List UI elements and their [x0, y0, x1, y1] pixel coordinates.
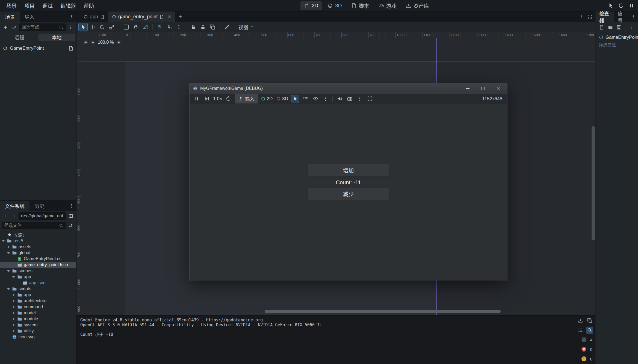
local-tab[interactable]: 本地 — [39, 34, 75, 41]
filter-nodes-input[interactable] — [22, 25, 57, 30]
lock-selected-button[interactable] — [189, 23, 198, 31]
menu-scene[interactable]: 场景 — [3, 1, 20, 11]
save-resource-button[interactable] — [616, 24, 623, 31]
folder-row[interactable]: model — [0, 310, 76, 316]
toggle-split-mode-button[interactable] — [67, 212, 75, 220]
errors-badge[interactable]: 0 — [581, 346, 593, 353]
filter-files-box[interactable] — [2, 222, 66, 229]
expander-right-icon[interactable] — [12, 311, 16, 315]
scene-tab-game-entry-point[interactable]: game_entry_point — [108, 11, 175, 22]
menu-debug[interactable]: 调试 — [39, 1, 56, 11]
expander-right-icon[interactable] — [12, 329, 16, 333]
workspace-script-button[interactable]: 脚本 — [348, 0, 373, 11]
visibility-button[interactable] — [312, 95, 319, 103]
folder-row[interactable]: assets — [0, 244, 76, 250]
restart-session-button[interactable] — [618, 3, 624, 8]
tab-import[interactable]: 导入 — [20, 11, 39, 22]
file-row[interactable]: icon.svg — [0, 334, 76, 340]
ruler-tool-button[interactable] — [141, 23, 150, 31]
dock-options-button[interactable] — [67, 11, 76, 22]
folder-row[interactable]: utility — [0, 328, 76, 334]
decrease-button[interactable]: 减少 — [308, 188, 389, 200]
folder-row[interactable]: system — [0, 322, 76, 328]
folder-row[interactable]: global — [0, 250, 76, 256]
next-frame-button[interactable] — [203, 95, 211, 103]
scene-tree-options-button[interactable] — [67, 23, 75, 31]
workspace-assetlib-button[interactable]: 资产库 — [402, 0, 433, 11]
view-menu[interactable]: 视图 — [236, 22, 256, 32]
expander-right-icon[interactable] — [12, 317, 16, 321]
move-tool-button[interactable] — [88, 23, 97, 31]
path-input[interactable] — [21, 214, 63, 218]
folder-row[interactable]: scenes — [0, 268, 76, 274]
rotate-tool-button[interactable] — [98, 23, 107, 31]
minimize-button[interactable] — [464, 85, 471, 92]
expander-down-icon[interactable] — [12, 275, 16, 279]
folder-row[interactable]: app — [0, 274, 76, 280]
instance-scene-button[interactable] — [10, 23, 18, 31]
expander-right-icon[interactable] — [12, 293, 16, 297]
copy-output-button[interactable] — [586, 317, 593, 324]
maximize-button[interactable] — [479, 85, 486, 92]
debug-options-button[interactable] — [322, 95, 329, 103]
pause-session-button[interactable] — [629, 3, 634, 8]
expander-right-icon[interactable] — [12, 299, 16, 303]
camera-override-button[interactable] — [346, 95, 353, 103]
folder-row[interactable]: module — [0, 316, 76, 322]
history-forward-button[interactable] — [10, 212, 17, 220]
tab-signals[interactable]: 信号 — [614, 11, 629, 22]
inspector-options-button[interactable] — [627, 25, 636, 29]
attached-script-icon[interactable] — [69, 46, 73, 51]
unlock-selected-button[interactable] — [199, 23, 207, 31]
search-output-button[interactable] — [586, 327, 593, 334]
snap-options-button[interactable] — [175, 23, 183, 31]
expander-down-icon[interactable] — [2, 239, 5, 243]
pause-game-button[interactable] — [193, 95, 200, 103]
menu-project[interactable]: 项目 — [21, 1, 38, 11]
folder-row[interactable]: command — [0, 304, 76, 310]
node-list-button[interactable] — [302, 95, 309, 103]
filter-properties-input[interactable] — [599, 43, 635, 48]
expander-right-icon[interactable] — [12, 323, 16, 327]
sort-files-button[interactable] — [67, 222, 75, 229]
tab-filesystem[interactable]: 文件系统 — [0, 201, 29, 211]
tab-list-button[interactable] — [580, 14, 584, 19]
close-button[interactable] — [495, 85, 502, 92]
expander-right-icon[interactable] — [12, 305, 16, 309]
file-row[interactable]: game_entry_point.tscn — [0, 262, 76, 268]
file-row[interactable]: GameEntryPoint.cs — [0, 256, 76, 262]
mode-2d-button[interactable]: 2D — [261, 96, 274, 102]
workspace-3d-button[interactable]: 3D — [324, 1, 345, 10]
vertical-scrollbar[interactable] — [592, 38, 595, 309]
scroll-to-end-button[interactable] — [577, 317, 584, 324]
smart-snap-button[interactable] — [155, 23, 164, 31]
favorites-row[interactable]: 收藏： — [0, 232, 76, 238]
folder-row[interactable]: scripts — [0, 286, 76, 292]
v-scrollbar-thumb[interactable] — [592, 126, 595, 240]
h-scrollbar-thumb[interactable] — [265, 310, 501, 313]
filter-nodes-box[interactable] — [19, 23, 66, 31]
messages-badge[interactable]: 4 — [581, 336, 593, 343]
folder-row[interactable]: res:// — [0, 238, 76, 244]
grid-snap-button[interactable] — [165, 23, 174, 31]
scale-tool-button[interactable] — [107, 23, 116, 31]
dock-options-button[interactable] — [629, 11, 638, 22]
zoom-level[interactable]: 100.0 % — [98, 40, 114, 45]
list-select-button[interactable] — [122, 23, 131, 31]
remote-tab[interactable]: 远程 — [1, 34, 38, 41]
expander-down-icon[interactable] — [7, 287, 10, 291]
select-session-button[interactable] — [608, 3, 613, 8]
audio-mute-button[interactable] — [336, 95, 343, 103]
folder-row[interactable]: app — [0, 292, 76, 298]
select-tool-button[interactable] — [79, 23, 87, 31]
tab-history[interactable]: 历史 — [29, 201, 49, 211]
tab-scene[interactable]: 场景 — [0, 11, 20, 22]
filter-files-input[interactable] — [4, 223, 57, 228]
zoom-in-button[interactable] — [116, 40, 121, 45]
load-resource-button[interactable] — [607, 24, 614, 31]
folder-row[interactable]: architecture — [0, 298, 76, 304]
scene-root-node-row[interactable]: GameEntryPoint — [0, 45, 76, 52]
pan-tool-button[interactable] — [131, 23, 140, 31]
camera-options-button[interactable] — [356, 95, 364, 103]
add-node-button[interactable] — [2, 23, 9, 31]
